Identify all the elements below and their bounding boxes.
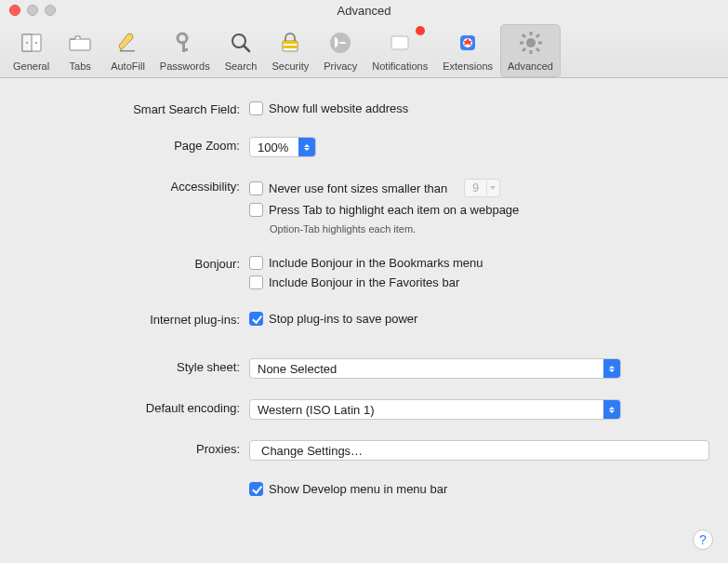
bonjour-favorites-checkbox[interactable] (249, 275, 263, 289)
tab-label: Tabs (70, 60, 91, 72)
tab-passwords[interactable]: Passwords (152, 24, 218, 77)
tab-security[interactable]: Security (264, 24, 316, 77)
notification-badge-icon (416, 26, 425, 35)
svg-line-25 (523, 48, 525, 51)
general-icon (17, 28, 46, 58)
press-tab-checkbox[interactable] (249, 203, 263, 217)
page-zoom-select[interactable]: 100% (249, 137, 316, 157)
change-proxy-settings-label: Change Settings… (261, 444, 363, 458)
preferences-toolbar: General Tabs AutoFill Passwords Search S… (0, 20, 728, 78)
help-button[interactable]: ? (693, 529, 713, 550)
bonjour-bookmarks-checkbox[interactable] (249, 256, 263, 270)
show-develop-menu-label: Show Develop menu in menu bar (269, 482, 447, 496)
show-full-url-label: Show full website address (269, 101, 408, 115)
tab-advanced[interactable]: Advanced (500, 24, 561, 77)
stop-plugins-label: Stop plug-ins to save power (269, 312, 417, 326)
search-icon (226, 28, 256, 58)
notifications-icon (385, 28, 415, 58)
svg-rect-13 (283, 46, 298, 48)
show-full-url-checkbox[interactable] (249, 101, 263, 115)
svg-rect-15 (391, 36, 408, 49)
svg-line-24 (536, 48, 539, 51)
stepper-arrows-icon (603, 359, 620, 378)
tab-label: Security (271, 60, 309, 72)
stylesheet-select[interactable]: None Selected (249, 358, 621, 379)
tab-notifications[interactable]: Notifications (364, 24, 435, 77)
stylesheet-value: None Selected (258, 362, 342, 376)
bonjour-favorites-label: Include Bonjour in the Favorites bar (269, 275, 459, 289)
tab-general[interactable]: General (6, 24, 57, 77)
svg-point-2 (26, 42, 28, 44)
tab-label: Extensions (443, 60, 493, 72)
passwords-icon (170, 28, 200, 58)
stepper-arrows-icon (298, 138, 315, 156)
svg-rect-12 (283, 41, 298, 44)
change-proxy-settings-button[interactable]: Change Settings… (249, 440, 709, 461)
tab-search[interactable]: Search (218, 24, 265, 77)
tab-extensions[interactable]: Extensions (435, 24, 500, 77)
show-develop-menu-checkbox[interactable] (249, 482, 263, 496)
stylesheet-label: Style sheet: (19, 358, 249, 374)
page-zoom-value: 100% (258, 141, 294, 154)
accessibility-label: Accessibility: (19, 178, 249, 194)
tab-privacy[interactable]: Privacy (316, 24, 364, 77)
tab-label: AutoFill (111, 60, 145, 72)
svg-rect-4 (70, 39, 90, 50)
svg-rect-8 (182, 48, 188, 51)
advanced-pane: Smart Search Field: Show full website ad… (0, 78, 728, 516)
press-tab-hint: Option-Tab highlights each item. (249, 223, 709, 235)
encoding-value: Western (ISO Latin 1) (258, 403, 379, 417)
svg-line-23 (523, 34, 525, 37)
security-icon (275, 28, 305, 58)
tab-label: Passwords (160, 60, 210, 72)
min-font-size-stepper[interactable]: 9 (464, 179, 500, 197)
window-title: Advanced (0, 4, 728, 18)
svg-line-10 (244, 46, 249, 51)
tab-tabs[interactable]: Tabs (57, 24, 103, 77)
autofill-icon (113, 28, 142, 58)
help-icon: ? (699, 532, 707, 547)
svg-line-26 (536, 34, 539, 37)
advanced-icon (516, 28, 546, 58)
page-zoom-label: Page Zoom: (19, 137, 249, 153)
tab-label: General (13, 60, 49, 72)
chevron-down-icon (486, 180, 499, 196)
svg-rect-5 (120, 50, 135, 52)
press-tab-label: Press Tab to highlight each item on a we… (269, 203, 519, 217)
min-font-size-checkbox[interactable] (249, 181, 263, 195)
tab-label: Privacy (324, 60, 357, 72)
tabs-icon (65, 28, 95, 58)
bonjour-label: Bonjour: (19, 255, 249, 271)
stop-plugins-checkbox[interactable] (249, 312, 263, 326)
min-font-size-label: Never use font sizes smaller than (269, 181, 447, 195)
bonjour-bookmarks-label: Include Bonjour in the Bookmarks menu (269, 256, 483, 270)
tab-autofill[interactable]: AutoFill (103, 24, 152, 77)
extensions-icon (453, 28, 483, 58)
smart-search-label: Smart Search Field: (19, 101, 249, 116)
encoding-label: Default encoding: (19, 399, 249, 415)
titlebar: Advanced (0, 0, 728, 20)
tab-label: Search (225, 60, 258, 72)
min-font-size-value: 9 (465, 181, 486, 194)
proxies-label: Proxies: (19, 440, 249, 456)
svg-point-3 (35, 42, 37, 44)
plugins-label: Internet plug-ins: (19, 311, 249, 327)
svg-point-18 (526, 38, 536, 47)
stepper-arrows-icon (603, 400, 620, 419)
tab-label: Advanced (508, 60, 553, 72)
privacy-icon (325, 28, 355, 58)
tab-label: Notifications (372, 60, 428, 72)
spacer (19, 481, 249, 483)
encoding-select[interactable]: Western (ISO Latin 1) (249, 399, 621, 420)
